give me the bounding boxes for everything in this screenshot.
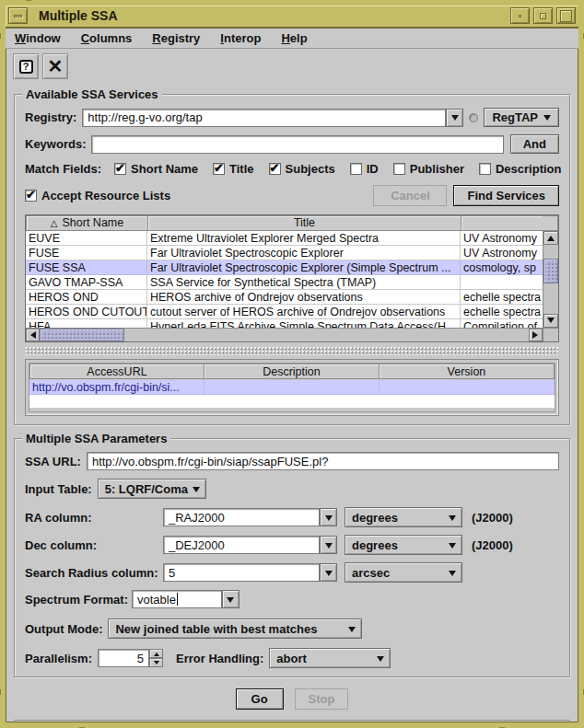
menu-item[interactable]: Window (15, 31, 61, 45)
vertical-scroll-thumb[interactable] (543, 259, 558, 283)
spinner-up-button[interactable] (149, 649, 163, 658)
horizontal-scrollbar[interactable] (26, 328, 558, 341)
window-iconify-button[interactable] (510, 7, 530, 24)
column-header-title[interactable]: Title (148, 215, 461, 231)
cancel-button[interactable]: Cancel (373, 185, 447, 206)
table-row[interactable]: FUSE SSA Far Ultraviolet Spectroscopic E… (26, 260, 543, 275)
arrow-up-icon (547, 232, 555, 241)
menu-item[interactable]: Interop (220, 31, 261, 45)
error-handling-select[interactable]: abort (269, 648, 391, 668)
scroll-left-button[interactable] (26, 329, 40, 341)
window-title: Multiple SSA (39, 8, 507, 23)
match-field-checkbox[interactable]: Subjects (269, 162, 335, 176)
parallelism-spinner[interactable]: 5 (98, 649, 163, 667)
spectrum-format-input[interactable]: votable (132, 590, 222, 608)
dec-column-input[interactable]: _DEJ2000 (163, 536, 320, 554)
table-row[interactable]: HFA HyperLeda FITS Archive Simple Spectr… (26, 319, 543, 328)
radius-unit-select[interactable]: arcsec (345, 562, 462, 583)
input-table-select[interactable]: 5: LQRF/Coma (98, 479, 206, 499)
horizontal-scroll-thumb[interactable] (40, 329, 124, 341)
window-minimize-button[interactable] (533, 7, 553, 24)
registry-label: Registry: (25, 110, 76, 124)
menu-item[interactable]: Help (281, 31, 307, 45)
spectrum-format-dropdown-button[interactable] (222, 590, 239, 608)
scroll-down-button[interactable] (543, 314, 558, 328)
search-radius-input[interactable]: 5 (163, 563, 320, 582)
window-menu-button[interactable] (8, 7, 28, 24)
window-content: Available SSA Services Registry: http://… (6, 84, 578, 728)
parallelism-input[interactable]: 5 (98, 649, 149, 667)
table-row[interactable]: HEROS OND CUTOUT cutout server of HEROS … (26, 305, 543, 319)
split-pane-divider[interactable] (26, 347, 558, 355)
scroll-right-button[interactable] (529, 329, 543, 341)
match-field-checkbox[interactable]: Title (213, 162, 254, 176)
vertical-scrollbar[interactable] (543, 231, 558, 328)
close-window-button[interactable]: ✕ (42, 53, 68, 79)
column-header-version[interactable]: Version (380, 364, 555, 379)
chevron-down-icon (227, 597, 234, 607)
registry-input[interactable]: http://reg.g-vo.org/tap (82, 109, 446, 127)
scroll-up-button[interactable] (543, 231, 558, 245)
accept-resource-lists-checkbox[interactable]: Accept Resource Lists (25, 189, 170, 202)
dec-unit-select[interactable]: degrees (345, 535, 462, 555)
match-fields-group: Short Name Title Subjects (114, 162, 561, 176)
table-row[interactable]: FUSE Far Ultraviolet Spectroscopic Explo… (26, 246, 543, 260)
spinner-down-button[interactable] (149, 658, 163, 667)
spectrum-format-label: Spectrum Format: (25, 593, 128, 607)
search-radius-dropdown-button[interactable] (320, 563, 337, 582)
registry-dropdown-button[interactable] (446, 109, 463, 127)
column-header-short-name[interactable]: △ Short Name (26, 215, 148, 231)
frame-joint (26, 0, 31, 1)
find-services-button[interactable]: Find Services (453, 185, 559, 206)
ra-column-label: RA column: (25, 511, 163, 525)
and-button[interactable]: And (510, 134, 559, 154)
header-corner (543, 215, 558, 231)
keywords-input[interactable] (91, 135, 503, 154)
menu-item[interactable]: Registry (152, 31, 200, 45)
column-header-description[interactable]: Description (204, 364, 380, 379)
arrow-down-icon (154, 661, 159, 667)
registry-status-lamp (469, 113, 478, 122)
go-button[interactable]: Go (236, 688, 284, 710)
output-mode-select[interactable]: New joined table with best matches (108, 618, 362, 639)
help-button[interactable]: ? (13, 53, 39, 79)
capabilities-box: AccessURL Description Version http://vo.… (25, 359, 559, 416)
match-field-checkbox[interactable]: Short Name (114, 162, 198, 176)
column-header-subjects[interactable] (461, 215, 543, 231)
ra-epoch-note: (J2000) (472, 511, 513, 525)
table-row[interactable]: HEROS OND HEROS archive of Ondrejov obse… (26, 290, 543, 305)
ra-unit-select[interactable]: degrees (345, 507, 462, 527)
match-fields-label: Match Fields: (25, 162, 101, 176)
available-ssa-services-panel: Available SSA Services Registry: http://… (14, 94, 570, 425)
stop-button[interactable]: Stop (295, 688, 349, 710)
match-field-checkbox[interactable]: Publisher (393, 162, 464, 176)
ra-column-input[interactable]: _RAJ2000 (163, 508, 320, 526)
frame-joint (0, 33, 1, 39)
keywords-label: Keywords: (25, 137, 86, 151)
chevron-down-icon (543, 115, 551, 124)
title-bar[interactable]: Multiple SSA (6, 6, 578, 29)
table-row[interactable]: http://vo.obspm.fr/cgi-bin/si... (29, 380, 555, 395)
panel-title: Multiple SSA Parameters (22, 432, 170, 445)
services-table-body: EUVE Extreme Ultraviolet Explorer Merged… (26, 231, 543, 328)
dec-epoch-note: (J2000) (472, 538, 513, 552)
window-maximize-button[interactable] (556, 7, 576, 24)
empty-table-area (29, 395, 555, 408)
column-header-accessurl[interactable]: AccessURL (29, 364, 204, 379)
ssa-url-input[interactable]: http://vo.obspm.fr/cgi-bin/siap/ssapFUSE… (87, 452, 559, 470)
search-radius-label: Search Radius column: (25, 566, 163, 580)
match-field-checkbox[interactable]: Description (479, 162, 562, 176)
menu-item[interactable]: Columns (81, 31, 133, 45)
match-field-checkbox[interactable]: ID (350, 162, 379, 176)
chevron-down-icon (193, 487, 200, 496)
chevron-down-icon (325, 515, 333, 525)
ra-column-dropdown-button[interactable] (320, 508, 337, 526)
table-row[interactable]: GAVO TMAP-SSA SSA Service for Synthetica… (26, 275, 543, 290)
sort-ascending-icon: △ (51, 218, 58, 228)
checkbox-icon (114, 163, 126, 175)
registry-type-button[interactable]: RegTAP (484, 108, 559, 127)
table-row[interactable]: EUVE Extreme Ultraviolet Explorer Merged… (26, 231, 543, 246)
checkbox-icon (479, 163, 491, 175)
chevron-down-icon (451, 115, 459, 124)
dec-column-dropdown-button[interactable] (320, 536, 337, 554)
